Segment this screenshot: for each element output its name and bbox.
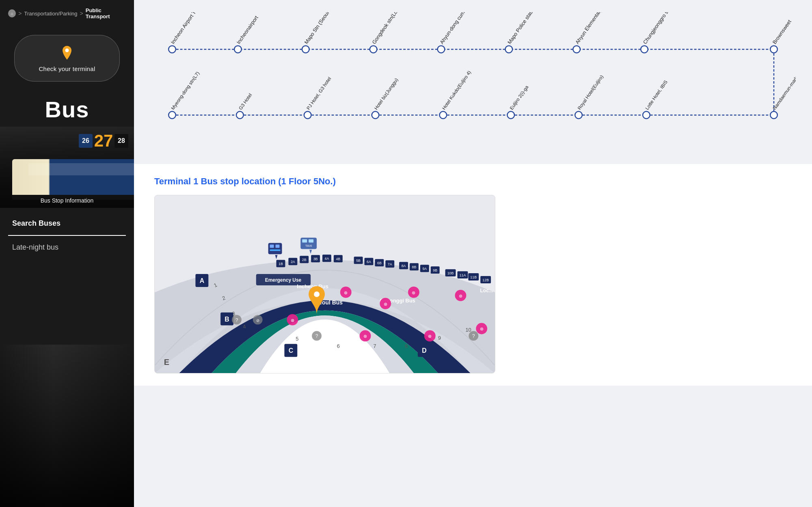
floor-map: Emergency Use Incheon Bus Seoul Bus Gyeo…	[154, 195, 495, 373]
svg-text:2B: 2B	[302, 258, 307, 262]
svg-text:9B: 9B	[433, 268, 437, 272]
terminal-check-label: Check your terminal	[39, 65, 95, 72]
svg-text:1B: 1B	[279, 262, 283, 266]
svg-text:Royal Hotel(Euljiro): Royal Hotel(Euljiro)	[577, 74, 605, 111]
svg-text:9: 9	[438, 335, 441, 341]
svg-text:7A: 7A	[388, 262, 392, 266]
svg-point-12	[770, 46, 777, 53]
svg-text:8A: 8A	[402, 264, 406, 268]
svg-text:7: 7	[373, 343, 376, 349]
route-diagram-section: Incheon Airport T2 Incheonairport Mapo S…	[134, 0, 812, 164]
breadcrumb: ⌂ > Transportation/Parking > Public Tran…	[0, 0, 134, 27]
breadcrumb-sep2: >	[80, 10, 83, 17]
svg-rect-126	[270, 249, 281, 251]
sidebar: ⌂ > Transportation/Parking > Public Tran…	[0, 0, 134, 507]
svg-point-7	[370, 46, 377, 53]
svg-text:5: 5	[296, 336, 298, 342]
terminal-location-section: Terminal 1 Bus stop location (1 Floor 5N…	[134, 164, 812, 386]
svg-text:6B: 6B	[377, 261, 382, 265]
svg-text:?: ?	[472, 333, 475, 339]
terminal-floor-link[interactable]: 1 Floor 5No.	[281, 176, 333, 186]
svg-point-25	[372, 112, 379, 119]
svg-text:⊘: ⊘	[256, 318, 259, 323]
svg-text:Gongdeok stn(Lotte c.): Gongdeok stn(Lotte c.)	[371, 12, 406, 45]
svg-point-26	[440, 112, 447, 119]
svg-point-9	[505, 46, 513, 53]
svg-text:⊗: ⊗	[291, 318, 294, 323]
svg-text:4B: 4B	[336, 257, 340, 261]
svg-text:5B: 5B	[356, 259, 361, 263]
terminal-location-title: Terminal 1 Bus stop location (1 Floor 5N…	[154, 176, 792, 187]
svg-point-23	[236, 112, 244, 119]
terminal-title-prefix: Terminal 1 Bus stop location (	[154, 176, 281, 186]
svg-text:4A: 4A	[325, 257, 329, 261]
bus-stop-num-26: 26	[79, 134, 93, 148]
terminal-check-button[interactable]: Check your terminal	[14, 35, 120, 82]
breadcrumb-public-transport: Public Transport	[86, 7, 126, 19]
svg-text:PJ Hotel, G3 hotel: PJ Hotel, G3 hotel	[305, 76, 332, 111]
svg-text:12B: 12B	[482, 278, 489, 282]
svg-text:⊗: ⊗	[480, 326, 484, 331]
terminal-title-suffix: )	[333, 176, 336, 186]
svg-text:?: ?	[235, 317, 238, 323]
svg-text:Ahyun-dong cumul...: Ahyun-dong cumul...	[438, 12, 471, 45]
svg-text:?: ?	[315, 333, 318, 339]
svg-point-28	[575, 112, 582, 119]
svg-text:8B: 8B	[412, 265, 417, 269]
svg-text:G3 Hotel: G3 Hotel	[238, 92, 253, 110]
svg-text:3B: 3B	[313, 257, 318, 261]
svg-text:⊗: ⊗	[428, 334, 432, 339]
svg-text:Namdaemun-market: Namdaemun-market	[772, 72, 796, 111]
nav-late-night-bus[interactable]: Late-night bus	[8, 236, 126, 259]
svg-text:⊗: ⊗	[344, 290, 348, 295]
svg-text:TAXI: TAXI	[305, 244, 312, 248]
busstop-info-label: Bus Stop Information	[41, 197, 94, 204]
svg-text:Myeong-dong stn(L7): Myeong-dong stn(L7)	[170, 71, 201, 111]
nav-search-buses[interactable]: Search Buses	[8, 212, 126, 236]
svg-text:Mapo Stn (Seoul Gate): Mapo Stn (Seoul Gate)	[303, 12, 338, 45]
svg-text:Chungjeonggro station: Chungjeonggro station	[642, 12, 677, 45]
svg-text:D: D	[422, 347, 427, 354]
svg-text:⊗: ⊗	[363, 334, 367, 339]
svg-text:Mapo Police station: Mapo Police station	[506, 12, 537, 45]
svg-text:10: 10	[465, 327, 471, 333]
svg-rect-129	[302, 239, 307, 243]
breadcrumb-sep1: >	[18, 10, 22, 17]
svg-text:⊗: ⊗	[412, 290, 416, 295]
bus-stop-num-27: 27	[93, 131, 114, 151]
svg-text:9A: 9A	[422, 267, 427, 271]
location-pin-icon	[58, 44, 76, 61]
svg-point-29	[643, 112, 650, 119]
svg-point-6	[302, 46, 309, 53]
svg-text:Ahyun Elementary sc.: Ahyun Elementary sc.	[574, 12, 608, 45]
home-icon[interactable]: ⌂	[8, 9, 16, 17]
svg-point-30	[770, 112, 777, 119]
svg-point-122	[314, 291, 320, 297]
sidebar-nav: Search Buses Late-night bus	[0, 212, 134, 259]
emergency-use-label: Emergency Use	[265, 277, 302, 283]
svg-text:Brownsweet: Brownsweet	[771, 18, 793, 45]
bus-stop-num-28: 28	[114, 134, 128, 148]
svg-text:6: 6	[337, 343, 340, 349]
svg-text:11A: 11A	[459, 273, 466, 277]
svg-point-8	[438, 46, 445, 53]
svg-rect-125	[276, 244, 280, 248]
breadcrumb-transport[interactable]: Transportation/Parking	[24, 11, 78, 17]
svg-text:⊗: ⊗	[459, 293, 462, 298]
svg-text:6A: 6A	[367, 260, 371, 264]
svg-text:Incheon Airport T2: Incheon Airport T2	[170, 12, 199, 45]
svg-text:C: C	[289, 347, 294, 354]
svg-text:Incheonairport: Incheonairport	[235, 15, 259, 45]
svg-point-0	[65, 49, 69, 52]
local-bus-label: Loc...	[480, 288, 493, 293]
svg-text:Lotte Hotel, IBIS: Lotte Hotel, IBIS	[644, 79, 668, 111]
svg-point-11	[641, 46, 648, 53]
svg-point-4	[168, 46, 176, 53]
svg-text:2A: 2A	[291, 260, 295, 264]
svg-point-10	[573, 46, 580, 53]
svg-point-5	[234, 46, 242, 53]
svg-text:Hotel Kukdo(Euljiro 4): Hotel Kukdo(Euljiro 4)	[441, 69, 472, 110]
svg-text:8: 8	[405, 343, 408, 349]
svg-point-22	[168, 112, 176, 119]
route-svg-container: Incheon Airport T2 Incheonairport Mapo S…	[150, 12, 796, 152]
